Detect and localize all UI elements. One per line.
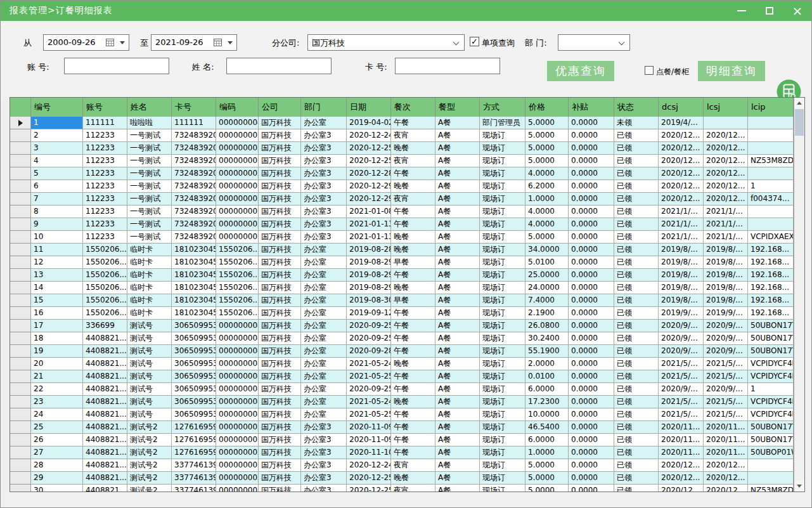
cell[interactable]: 已领: [614, 129, 659, 142]
cell[interactable]: 晚餐: [391, 244, 435, 256]
dropdown-arrow-icon[interactable]: [120, 41, 125, 44]
cell[interactable]: 临时卡: [127, 244, 172, 256]
cell[interactable]: 1.0000: [525, 193, 569, 205]
cell[interactable]: 国万科技: [259, 256, 301, 269]
cell[interactable]: [704, 117, 748, 129]
cell[interactable]: 5: [31, 167, 83, 180]
cell[interactable]: A餐: [435, 205, 480, 218]
cell[interactable]: 测试号: [127, 358, 172, 370]
cell[interactable]: 办公室: [301, 332, 347, 345]
cell[interactable]: 1550206...: [83, 269, 127, 282]
header-selector-cell[interactable]: [10, 98, 31, 117]
cell[interactable]: 13: [31, 269, 83, 282]
cell[interactable]: 2.1900: [525, 307, 569, 320]
cell[interactable]: 办公室3: [301, 180, 347, 193]
cell[interactable]: 0.0000: [569, 383, 614, 396]
cell[interactable]: 现场订: [480, 383, 525, 396]
cell[interactable]: 国万科技: [259, 485, 301, 492]
cell[interactable]: 4408821...: [83, 396, 127, 408]
cell[interactable]: 2019-04-02: [347, 117, 391, 129]
cell[interactable]: 测试号2: [127, 472, 172, 485]
cell[interactable]: 6: [31, 180, 83, 193]
cell[interactable]: 0.0000: [569, 244, 614, 256]
cell[interactable]: 2021/5/...: [659, 408, 704, 421]
cell[interactable]: 2021-01-13: [347, 231, 391, 244]
cell[interactable]: 34.0000: [525, 244, 569, 256]
cell[interactable]: A餐: [435, 256, 480, 269]
cell[interactable]: 测试号2: [127, 459, 172, 472]
cell[interactable]: 2019/8/...: [704, 244, 748, 256]
cell[interactable]: A餐: [435, 307, 480, 320]
cell[interactable]: 28: [31, 459, 83, 472]
cell[interactable]: 办公室3: [301, 231, 347, 244]
cell[interactable]: 0.0000: [569, 332, 614, 345]
cell[interactable]: 夜宵: [391, 155, 435, 167]
cell[interactable]: A餐: [435, 129, 480, 142]
cell[interactable]: 2020-11-10: [347, 446, 391, 459]
cell[interactable]: 办公室: [301, 345, 347, 358]
cell[interactable]: 0000000029: [216, 459, 259, 472]
cell[interactable]: 55.1900: [525, 345, 569, 358]
cell[interactable]: 2020/12...: [704, 129, 748, 142]
cell[interactable]: 夜宵: [391, 459, 435, 472]
cell[interactable]: 2020/12...: [704, 167, 748, 180]
cell[interactable]: [748, 129, 794, 142]
cell[interactable]: 0.0000: [569, 180, 614, 193]
cell[interactable]: VCPIDYCF4M: [748, 396, 794, 408]
row-selector[interactable]: [10, 282, 31, 294]
cell[interactable]: 2020/9/...: [659, 332, 704, 345]
cell[interactable]: 国万科技: [259, 193, 301, 205]
cell[interactable]: 3377461390: [172, 459, 216, 472]
cell[interactable]: 现场订: [480, 142, 525, 155]
row-selector[interactable]: [10, 421, 31, 434]
cell[interactable]: 国万科技: [259, 205, 301, 218]
cell[interactable]: 晚餐: [391, 142, 435, 155]
cell[interactable]: 国万科技: [259, 117, 301, 129]
cell[interactable]: 国万科技: [259, 142, 301, 155]
cell[interactable]: 4408821...: [83, 434, 127, 446]
cell[interactable]: 临时卡: [127, 282, 172, 294]
cell[interactable]: 办公室: [301, 307, 347, 320]
cell[interactable]: 112233: [83, 231, 127, 244]
cell[interactable]: 办公室: [301, 256, 347, 269]
cell[interactable]: 1810230458: [172, 256, 216, 269]
cell[interactable]: 1276169597: [172, 446, 216, 459]
cell[interactable]: [748, 472, 794, 485]
cell[interactable]: 测试号2: [127, 421, 172, 434]
cell[interactable]: 2021/5/...: [704, 408, 748, 421]
cell[interactable]: 4408821...: [83, 370, 127, 383]
cell[interactable]: 2021-05-24: [347, 396, 391, 408]
cell[interactable]: 现场订: [480, 129, 525, 142]
cell[interactable]: 0.0000: [569, 117, 614, 129]
cell[interactable]: 732483920: [172, 205, 216, 218]
cell[interactable]: 5.0000: [525, 472, 569, 485]
cell[interactable]: 1810230458: [172, 282, 216, 294]
cell[interactable]: 国万科技: [259, 218, 301, 231]
cell[interactable]: 现场订: [480, 370, 525, 383]
cell[interactable]: 8: [31, 205, 83, 218]
cell[interactable]: 测试号: [127, 396, 172, 408]
cell[interactable]: 0000000029: [216, 193, 259, 205]
cell[interactable]: 2020-12-24: [347, 459, 391, 472]
cell[interactable]: 6.0000: [525, 434, 569, 446]
cell[interactable]: [748, 205, 794, 218]
cell[interactable]: 1.0000: [525, 446, 569, 459]
cell[interactable]: 9: [31, 218, 83, 231]
cell[interactable]: 192.168...: [748, 282, 794, 294]
cell[interactable]: 午餐: [391, 446, 435, 459]
cell[interactable]: 办公室: [301, 117, 347, 129]
cell[interactable]: 现场订: [480, 358, 525, 370]
cell[interactable]: 临时卡: [127, 307, 172, 320]
cell[interactable]: 夜宵: [391, 129, 435, 142]
cell[interactable]: 现场订: [480, 244, 525, 256]
cell[interactable]: 2021/5/...: [704, 370, 748, 383]
cell[interactable]: 办公室: [301, 244, 347, 256]
cell[interactable]: 1550206...: [216, 269, 259, 282]
cell[interactable]: 0000000029: [216, 434, 259, 446]
cell[interactable]: 早餐: [391, 256, 435, 269]
cell[interactable]: 已领: [614, 485, 659, 492]
cell[interactable]: VCPIDXAEXQ: [748, 231, 794, 244]
cell[interactable]: 2019-08-30: [347, 294, 391, 307]
cell[interactable]: 已领: [614, 269, 659, 282]
cell[interactable]: 2019/8/...: [659, 256, 704, 269]
